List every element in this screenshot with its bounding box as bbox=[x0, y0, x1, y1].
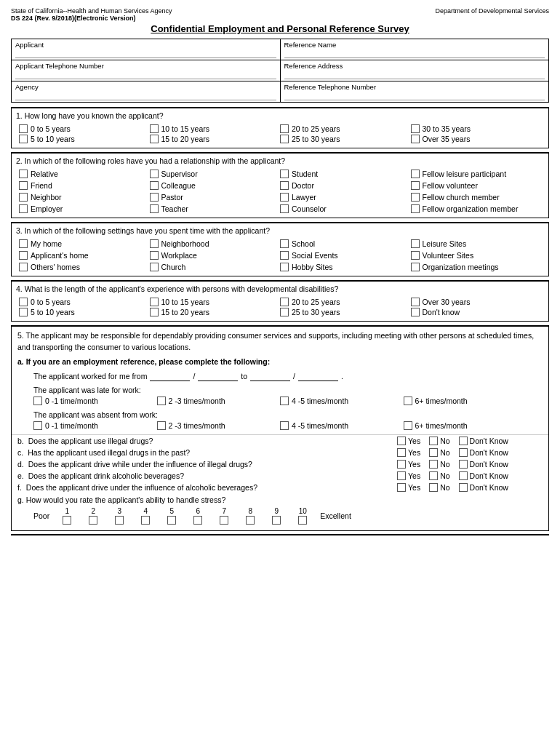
q1-opt-0to5[interactable]: 0 to 5 years bbox=[19, 124, 150, 134]
absent-2to3[interactable]: 2 -3 times/month bbox=[157, 421, 281, 430]
yn-c-yes[interactable]: Yes bbox=[397, 448, 420, 457]
scale-cb-4[interactable] bbox=[141, 516, 150, 525]
yn-d-dontknow[interactable]: Don't Know bbox=[459, 460, 508, 469]
q1-cb-0to5[interactable] bbox=[19, 124, 28, 133]
yn-d-yes[interactable]: Yes bbox=[397, 460, 420, 469]
yn-e-dontknow[interactable]: Don't Know bbox=[459, 471, 508, 480]
scale-2: 2 bbox=[80, 507, 106, 525]
late-4to5[interactable]: 4 -5 times/month bbox=[280, 397, 404, 405]
date-field-2[interactable] bbox=[198, 371, 238, 381]
q3-opt-myhome[interactable]: My home bbox=[19, 239, 150, 249]
q4-opt-15to20[interactable]: 15 to 20 years bbox=[150, 307, 281, 317]
scale-cb-3[interactable] bbox=[115, 516, 124, 525]
yn-q-b: b. Does the applicant use illegal drugs?… bbox=[12, 435, 548, 447]
q1-opt-5to10[interactable]: 5 to 10 years bbox=[19, 134, 150, 144]
yn-c-dontknow[interactable]: Don't Know bbox=[459, 448, 508, 457]
yn-c-no[interactable]: No bbox=[429, 448, 449, 457]
yn-e-yes[interactable]: Yes bbox=[397, 471, 420, 480]
yn-d-letter: d. bbox=[17, 460, 24, 469]
q3-opt-church[interactable]: Church bbox=[150, 262, 281, 272]
absent-4to5[interactable]: 4 -5 times/month bbox=[280, 421, 404, 430]
q2-opt-employer[interactable]: Employer bbox=[19, 204, 150, 214]
scale-cb-8[interactable] bbox=[246, 516, 255, 525]
q2-opt-lawyer[interactable]: Lawyer bbox=[280, 192, 411, 202]
q4-opt-5to10[interactable]: 5 to 10 years bbox=[19, 307, 150, 317]
q1-opt-15to20[interactable]: 15 to 20 years bbox=[150, 134, 281, 144]
q1-cb-25to30[interactable] bbox=[280, 135, 289, 143]
yn-e-no[interactable]: No bbox=[429, 471, 449, 480]
yn-f-no[interactable]: No bbox=[429, 483, 449, 492]
q4-opt-0to5[interactable]: 0 to 5 years bbox=[19, 297, 150, 307]
q2-opt-counselor[interactable]: Counselor bbox=[280, 204, 411, 214]
scale-8: 8 bbox=[237, 507, 263, 525]
q4-opt-dontknow[interactable]: Don't know bbox=[411, 307, 542, 317]
q1-opt-25to30[interactable]: 25 to 30 years bbox=[280, 134, 411, 144]
q2-opt-fellow-leisure[interactable]: Fellow leisure participant bbox=[411, 169, 542, 179]
q3-opt-org-meetings[interactable]: Organization meetings bbox=[411, 262, 542, 272]
late-6plus[interactable]: 6+ times/month bbox=[404, 397, 527, 405]
q2-opt-fellow-volunteer[interactable]: Fellow volunteer bbox=[411, 180, 542, 191]
q1-cb-10to15[interactable] bbox=[150, 124, 159, 133]
q2-opt-friend[interactable]: Friend bbox=[19, 180, 150, 191]
yn-b-no[interactable]: No bbox=[429, 437, 449, 445]
q1-cb-15to20[interactable] bbox=[150, 135, 159, 143]
q3-opt-school[interactable]: School bbox=[280, 239, 411, 249]
absent-6plus[interactable]: 6+ times/month bbox=[404, 421, 527, 430]
q4-opt-over30[interactable]: Over 30 years bbox=[411, 297, 542, 307]
yn-d-no[interactable]: No bbox=[429, 460, 449, 469]
agency-label: Agency bbox=[15, 83, 276, 91]
yn-d-text: Does the applicant drive while under the… bbox=[28, 460, 394, 469]
q2-opt-relative[interactable]: Relative bbox=[19, 169, 150, 179]
scale-cb-9[interactable] bbox=[272, 516, 281, 525]
yn-f-yes[interactable]: Yes bbox=[397, 483, 420, 492]
info-table: Applicant Reference Name Applicant Telep… bbox=[11, 39, 549, 103]
q4-opt-20to25[interactable]: 20 to 25 years bbox=[280, 297, 411, 307]
q3-opt-applicant-home[interactable]: Applicant's home bbox=[19, 250, 150, 260]
scale-cb-7[interactable] bbox=[220, 516, 228, 525]
q1-opt-10to15[interactable]: 10 to 15 years bbox=[150, 124, 281, 134]
scale-3: 3 bbox=[106, 507, 132, 525]
q3-opt-neighborhood[interactable]: Neighborhood bbox=[150, 239, 281, 249]
q4-opt-25to30[interactable]: 25 to 30 years bbox=[280, 307, 411, 317]
date-field-4[interactable] bbox=[298, 371, 338, 381]
q1-opt-20to25[interactable]: 20 to 25 years bbox=[280, 124, 411, 134]
scale-cb-2[interactable] bbox=[89, 516, 97, 525]
late-0to1[interactable]: 0 -1 time/month bbox=[33, 397, 157, 405]
scale-cb-6[interactable] bbox=[193, 516, 202, 525]
yn-b-dontknow[interactable]: Don't Know bbox=[459, 437, 508, 445]
q1-cb-20to25[interactable] bbox=[280, 124, 289, 133]
date-field-3[interactable] bbox=[250, 371, 290, 381]
date-field-1[interactable] bbox=[150, 371, 190, 381]
q4-opt-10to15[interactable]: 10 to 15 years bbox=[150, 297, 281, 307]
q3-opt-leisure-sites[interactable]: Leisure Sites bbox=[411, 239, 542, 249]
q3-opt-social-events[interactable]: Social Events bbox=[280, 250, 411, 260]
q2-opt-teacher[interactable]: Teacher bbox=[150, 204, 281, 214]
q1-opt-over35[interactable]: Over 35 years bbox=[411, 134, 542, 144]
q3-opt-others-homes[interactable]: Others' homes bbox=[19, 262, 150, 272]
agency-cell: Agency bbox=[12, 81, 281, 103]
q2-opt-fellow-church[interactable]: Fellow church member bbox=[411, 192, 542, 202]
q2-opt-fellow-org[interactable]: Fellow organization member bbox=[411, 204, 542, 214]
q4-section: 4. What is the length of the applicant's… bbox=[11, 280, 549, 322]
absent-0to1[interactable]: 0 -1 time/month bbox=[33, 421, 157, 430]
scale-cb-5[interactable] bbox=[167, 516, 176, 525]
q3-opt-volunteer-sites[interactable]: Volunteer Sites bbox=[411, 250, 542, 260]
q1-cb-5to10[interactable] bbox=[19, 135, 28, 143]
q2-opt-student[interactable]: Student bbox=[280, 169, 411, 179]
q2-opt-neighbor[interactable]: Neighbor bbox=[19, 192, 150, 202]
q2-opt-pastor[interactable]: Pastor bbox=[150, 192, 281, 202]
yn-b-yes[interactable]: Yes bbox=[397, 437, 420, 445]
q2-opt-supervisor[interactable]: Supervisor bbox=[150, 169, 281, 179]
header-top: State of California--Health and Human Se… bbox=[11, 7, 549, 22]
yn-f-dontknow[interactable]: Don't Know bbox=[459, 483, 508, 492]
scale-cb-10[interactable] bbox=[298, 516, 307, 525]
q3-opt-workplace[interactable]: Workplace bbox=[150, 250, 281, 260]
late-2to3[interactable]: 2 -3 times/month bbox=[157, 397, 281, 405]
q2-opt-colleague[interactable]: Colleague bbox=[150, 180, 281, 191]
q1-cb-30to35[interactable] bbox=[411, 124, 420, 133]
q2-opt-doctor[interactable]: Doctor bbox=[280, 180, 411, 191]
q1-opt-30to35[interactable]: 30 to 35 years bbox=[411, 124, 542, 134]
q1-cb-over35[interactable] bbox=[411, 135, 420, 143]
scale-cb-1[interactable] bbox=[63, 516, 71, 525]
q3-opt-hobby-sites[interactable]: Hobby Sites bbox=[280, 262, 411, 272]
